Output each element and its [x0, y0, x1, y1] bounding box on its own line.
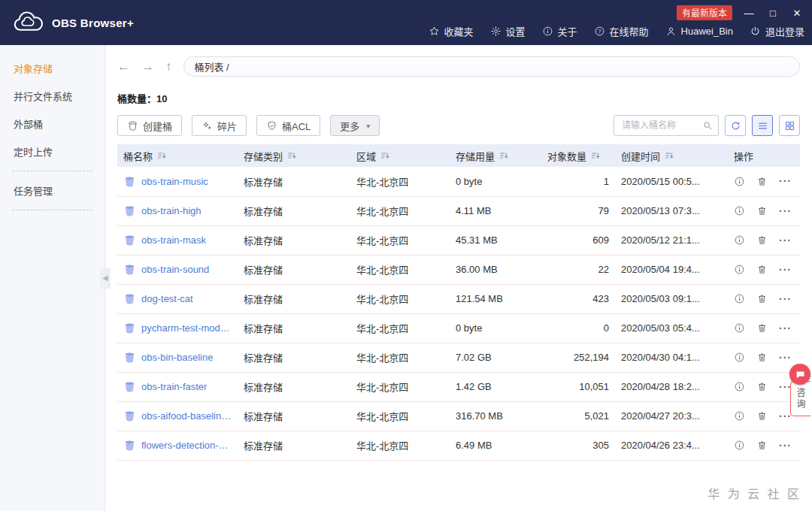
table-row: obs-train-mask标准存储华北-北京四45.31 MB6092020/… [117, 225, 800, 255]
trash-icon[interactable] [756, 234, 768, 246]
trash-icon[interactable] [756, 205, 768, 216]
info-icon[interactable] [734, 234, 745, 246]
trash-icon[interactable] [756, 440, 768, 451]
titlebar: OBS Browser+ 有最新版本 — □ ✕ 收藏夹设置关于?在线帮助Hua… [0, 0, 812, 45]
sort-icon[interactable] [287, 151, 296, 160]
trash-icon[interactable] [756, 176, 768, 187]
bucket-name-link[interactable]: obs-train-high [141, 205, 201, 216]
sidebar-item-external-bucket[interactable]: 外部桶 [0, 110, 105, 138]
toolbar-right [614, 115, 800, 136]
menu-item-account[interactable]: Huawei_Bin [665, 26, 733, 37]
sort-icon[interactable] [380, 151, 389, 160]
bucket-name-link[interactable]: obs-train-mask [141, 234, 206, 246]
user-icon [665, 26, 677, 37]
cell-storage-class: 标准存储 [238, 255, 350, 284]
bucket-icon [123, 234, 136, 246]
menu-item-help[interactable]: ?在线帮助 [594, 24, 649, 38]
info-icon[interactable] [734, 352, 745, 363]
column-header-6[interactable]: 操作 [728, 144, 800, 167]
sidebar-item-scheduled-upload[interactable]: 定时上传 [0, 138, 105, 165]
minimize-button[interactable]: — [741, 8, 756, 18]
column-header-1[interactable]: 存储类别 [238, 144, 350, 167]
trash-icon[interactable] [756, 293, 768, 304]
bucket-name-link[interactable]: obs-train-faster [141, 381, 207, 392]
trash-icon[interactable] [756, 381, 768, 392]
info-icon[interactable] [734, 293, 745, 304]
info-icon [542, 26, 553, 37]
cell-bucket-name: pycharm-test-model... [117, 313, 238, 343]
sort-icon[interactable] [591, 151, 600, 160]
create-bucket-button[interactable]: 创建桶 [117, 115, 182, 136]
info-icon[interactable] [734, 410, 745, 422]
info-icon[interactable] [734, 381, 745, 392]
cell-created-time: 2020/05/13 07:3... [615, 196, 728, 225]
cell-region: 华北-北京四 [350, 196, 450, 225]
more-actions-icon[interactable]: ··· [779, 264, 792, 276]
maximize-button[interactable]: □ [765, 8, 780, 18]
bucket-name-link[interactable]: pycharm-test-model... [141, 322, 232, 334]
trash-icon[interactable] [756, 322, 768, 334]
back-button[interactable]: ← [117, 60, 130, 73]
column-header-3[interactable]: 存储用量 [450, 144, 541, 167]
grid-view-button[interactable] [779, 115, 800, 136]
up-button[interactable]: ↑ [165, 60, 172, 73]
sidebar-item-object-storage[interactable]: 对象存储 [0, 54, 105, 82]
sort-icon[interactable] [499, 151, 508, 160]
trash-icon[interactable] [756, 264, 768, 275]
update-badge[interactable]: 有最新版本 [677, 5, 732, 20]
trash-icon[interactable] [756, 352, 768, 363]
more-actions-icon[interactable]: ··· [779, 205, 792, 217]
column-header-4[interactable]: 对象数量 [541, 144, 615, 167]
sidebar-collapse-handle[interactable]: ◀ [100, 268, 111, 289]
star-icon [429, 26, 440, 37]
info-icon[interactable] [734, 440, 745, 451]
menu-item-logout[interactable]: 退出登录 [750, 24, 804, 38]
column-header-2[interactable]: 区域 [350, 144, 450, 167]
menu-item-label: 关于 [558, 24, 577, 38]
refresh-button[interactable] [725, 115, 746, 136]
list-view-button[interactable] [752, 115, 773, 136]
bucket-acl-button[interactable]: 桶ACL [256, 115, 320, 136]
sort-icon[interactable] [157, 151, 166, 160]
table-row: flowers-detection-obs标准存储华北-北京四6.49 MB30… [117, 431, 800, 460]
cell-operations: ··· [728, 255, 800, 284]
trash-icon[interactable] [756, 410, 768, 422]
forward-button[interactable]: → [141, 60, 154, 73]
consult-widget[interactable]: 咨询 [788, 364, 812, 416]
cell-usage: 316.70 MB [450, 401, 541, 431]
more-actions-icon[interactable]: ··· [779, 293, 792, 305]
menu-item-about[interactable]: 关于 [542, 24, 577, 38]
consult-box[interactable]: 咨询 [790, 381, 810, 416]
bucket-name-link[interactable]: obs-train-music [141, 176, 208, 187]
bucket-name-link[interactable]: dog-test-cat [141, 293, 193, 304]
info-icon[interactable] [734, 176, 745, 187]
more-actions-icon[interactable]: ··· [779, 352, 792, 364]
more-actions-icon[interactable]: ··· [779, 440, 792, 452]
cell-operations: ··· [728, 284, 800, 313]
bucket-name-link[interactable]: obs-bin-baseline [141, 352, 213, 363]
breadcrumb[interactable]: 桶列表 / [183, 56, 801, 77]
column-header-0[interactable]: 桶名称 [117, 144, 238, 167]
cell-object-count: 609 [541, 225, 615, 255]
sidebar-item-task-management[interactable]: 任务管理 [0, 177, 105, 204]
close-button[interactable]: ✕ [789, 8, 804, 18]
bucket-name-link[interactable]: obs-aifood-baseline-... [141, 410, 232, 422]
info-icon[interactable] [734, 264, 745, 275]
fragments-button[interactable]: 碎片 [192, 115, 247, 136]
bucket-name-link[interactable]: flowers-detection-obs [141, 440, 232, 451]
info-icon[interactable] [734, 205, 745, 216]
sort-icon[interactable] [665, 151, 674, 160]
cell-created-time: 2020/04/28 18:2... [615, 372, 728, 401]
more-button[interactable]: 更多 ▾ [330, 115, 380, 136]
more-actions-icon[interactable]: ··· [779, 234, 792, 246]
menu-item-settings[interactable]: 设置 [490, 24, 526, 38]
consult-bubble[interactable] [789, 364, 810, 385]
more-actions-icon[interactable]: ··· [779, 175, 792, 187]
more-actions-icon[interactable]: ··· [779, 322, 792, 334]
sidebar-item-parallel-file-system[interactable]: 并行文件系统 [0, 82, 105, 110]
search-icon[interactable] [702, 120, 713, 131]
column-header-5[interactable]: 创建时间 [615, 144, 728, 167]
info-icon[interactable] [734, 322, 745, 334]
bucket-name-link[interactable]: obs-train-sound [141, 264, 209, 275]
menu-item-favorites[interactable]: 收藏夹 [429, 24, 474, 38]
